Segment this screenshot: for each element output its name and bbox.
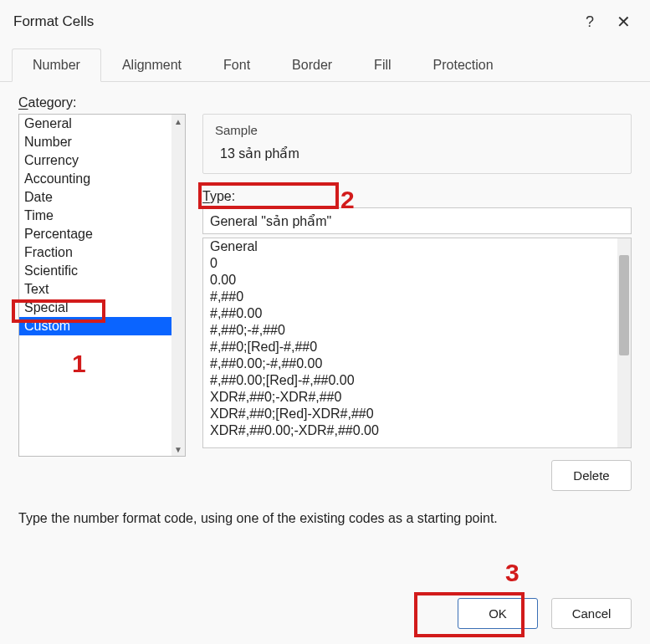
tab-protection[interactable]: Protection <box>412 49 514 81</box>
hint-text: Type the number format code, using one o… <box>0 511 650 526</box>
category-item-general[interactable]: General <box>19 115 171 133</box>
sample-label: Sample <box>215 123 619 137</box>
format-cells-dialog: Format Cells ? ✕ Number Alignment Font B… <box>0 0 650 644</box>
category-item-custom[interactable]: Custom <box>19 317 171 335</box>
format-item[interactable]: XDR#,##0;-XDR#,##0 <box>203 389 617 406</box>
format-item[interactable]: #,##0.00;-#,##0.00 <box>203 355 617 372</box>
sample-value: 13 sản phẩm <box>215 146 619 161</box>
tab-strip: Number Alignment Font Border Fill Protec… <box>0 49 650 82</box>
titlebar: Format Cells ? ✕ <box>0 0 650 43</box>
format-item[interactable]: #,##0.00 <box>203 305 617 322</box>
scroll-down-icon[interactable]: ▼ <box>171 442 185 456</box>
category-item-special[interactable]: Special <box>19 299 171 317</box>
format-item[interactable]: #,##0;-#,##0 <box>203 322 617 339</box>
format-list[interactable]: General 0 0.00 #,##0 #,##0.00 #,##0;-#,#… <box>202 238 632 448</box>
category-item-percentage[interactable]: Percentage <box>19 225 171 243</box>
tab-fill[interactable]: Fill <box>353 49 412 81</box>
dialog-title: Format Cells <box>13 13 573 30</box>
category-item-time[interactable]: Time <box>19 207 171 225</box>
format-item[interactable]: 0.00 <box>203 272 617 289</box>
tab-alignment[interactable]: Alignment <box>101 49 202 81</box>
format-item[interactable]: General <box>203 238 617 255</box>
tab-content: Category: General Number Currency Accoun… <box>0 82 650 491</box>
format-items: General 0 0.00 #,##0 #,##0.00 #,##0;-#,#… <box>203 238 617 439</box>
dialog-footer: OK Cancel <box>458 598 632 629</box>
category-item-text[interactable]: Text <box>19 280 171 299</box>
ok-button[interactable]: OK <box>458 598 538 629</box>
close-button[interactable]: ✕ <box>606 8 640 35</box>
format-item[interactable]: #,##0.00;[Red]-#,##0.00 <box>203 372 617 389</box>
sample-box: Sample 13 sản phẩm <box>202 114 632 174</box>
delete-button[interactable]: Delete <box>551 460 632 491</box>
format-item[interactable]: XDR#,##0.00;-XDR#,##0.00 <box>203 422 617 439</box>
category-scrollbar[interactable]: ▲ ▼ <box>171 115 185 456</box>
scroll-up-icon[interactable]: ▲ <box>171 115 185 128</box>
format-item[interactable]: #,##0;[Red]-#,##0 <box>203 339 617 355</box>
category-item-currency[interactable]: Currency <box>19 151 171 170</box>
columns: General Number Currency Accounting Date … <box>18 114 632 491</box>
format-scrollbar[interactable] <box>617 238 631 447</box>
category-item-scientific[interactable]: Scientific <box>19 262 171 280</box>
right-column: Sample 13 sản phẩm Type: General 0 0.00 … <box>202 114 632 491</box>
tab-font[interactable]: Font <box>202 49 271 81</box>
category-item-fraction[interactable]: Fraction <box>19 243 171 262</box>
type-input[interactable] <box>202 207 632 234</box>
type-label: Type: <box>202 189 632 204</box>
annotation-number-1: 1 <box>72 350 86 378</box>
annotation-number-3: 3 <box>505 559 519 587</box>
format-item[interactable]: XDR#,##0;[Red]-XDR#,##0 <box>203 406 617 422</box>
tab-number[interactable]: Number <box>12 49 101 82</box>
format-scroll-thumb[interactable] <box>619 255 629 355</box>
scroll-track[interactable] <box>171 128 185 442</box>
tab-border[interactable]: Border <box>271 49 353 81</box>
category-items: General Number Currency Accounting Date … <box>19 115 171 335</box>
annotation-number-2: 2 <box>340 186 355 214</box>
category-item-accounting[interactable]: Accounting <box>19 170 171 188</box>
category-item-number[interactable]: Number <box>19 133 171 151</box>
format-item[interactable]: 0 <box>203 255 617 272</box>
category-item-date[interactable]: Date <box>19 188 171 207</box>
cancel-button[interactable]: Cancel <box>551 598 632 629</box>
category-listbox[interactable]: General Number Currency Accounting Date … <box>18 114 186 457</box>
delete-row: Delete <box>202 460 632 491</box>
category-label: Category: <box>18 95 632 110</box>
left-column: General Number Currency Accounting Date … <box>18 114 186 491</box>
help-button[interactable]: ? <box>573 10 606 34</box>
format-item[interactable]: #,##0 <box>203 289 617 305</box>
